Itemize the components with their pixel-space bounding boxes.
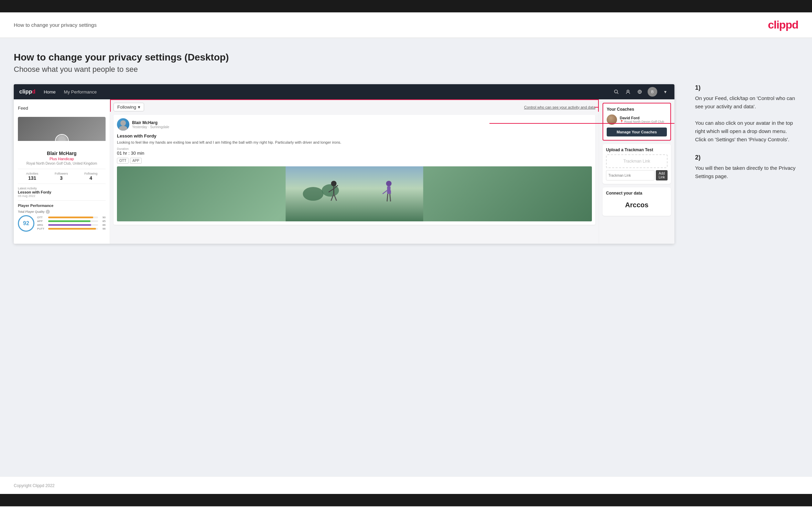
coach-name: David Ford — [620, 116, 664, 120]
svg-point-9 — [331, 181, 337, 186]
footer: Copyright Clippd 2022 — [0, 476, 812, 494]
total-quality-label: Total Player Quality i — [18, 210, 106, 214]
main-content: How to change your privacy settings (Des… — [0, 38, 812, 476]
app-screenshot-wrapper: clippd Home My Performance — [14, 84, 674, 244]
step2-text: You will then be taken directly to the P… — [695, 164, 798, 180]
perf-bar-app: APP 85 — [37, 220, 106, 223]
duration-label: Duration — [117, 147, 592, 151]
app-nav: clippd Home My Performance — [14, 84, 674, 99]
stat-activities-label: Activities — [26, 172, 39, 175]
svg-rect-16 — [387, 186, 391, 194]
arrow-line — [595, 107, 599, 108]
stat-followers: Followers 3 — [55, 172, 68, 181]
trackman-input-row: Add Link — [606, 170, 668, 180]
step2-number: 2) — [695, 154, 798, 161]
stat-activities: Activities 131 — [26, 172, 39, 181]
nav-link-home[interactable]: Home — [44, 89, 56, 95]
person-icon[interactable] — [624, 88, 632, 96]
logo: clippd — [768, 19, 798, 31]
stat-followers-value: 3 — [55, 175, 68, 181]
stat-followers-label: Followers — [55, 172, 68, 175]
stats-row: Activities 131 Followers 3 Following 4 — [18, 169, 106, 184]
app-nav-logo: clippd — [19, 89, 35, 95]
stat-following: Following 4 — [84, 172, 97, 181]
trackman-title: Upload a Trackman Test — [606, 147, 668, 152]
trackman-card: Upload a Trackman Test Trackman Link Add… — [603, 144, 671, 184]
top-bar — [0, 0, 812, 12]
coaches-card-title: Your Coaches — [607, 107, 667, 112]
instruction-step2: 2) You will then be taken directly to th… — [695, 154, 798, 180]
connect-title: Connect your data — [606, 191, 668, 196]
app-feed: Following ▾ Control who can see your act… — [110, 99, 599, 244]
coach-avatar — [607, 114, 617, 125]
footer-copyright: Copyright Clippd 2022 — [14, 483, 55, 488]
feed-tab[interactable]: Feed — [18, 103, 106, 113]
chevron-down-icon[interactable]: ▾ — [661, 88, 669, 96]
connect-card: Connect your data Arccos — [603, 187, 671, 216]
post-title: Lesson with Fordy — [117, 133, 592, 139]
page-heading: How to change your privacy settings (Des… — [14, 52, 798, 63]
post-header: Blair McHarg Yesterday · Sunningdale — [117, 118, 592, 131]
svg-point-4 — [120, 120, 126, 126]
coach-item: David Ford 📍 Royal North Devon Golf Club — [607, 114, 667, 125]
header: How to change your privacy settings clip… — [0, 12, 812, 38]
stat-following-value: 4 — [84, 175, 97, 181]
globe-icon[interactable] — [636, 88, 643, 96]
search-icon[interactable] — [613, 88, 620, 96]
chevron-icon: ▾ — [138, 104, 140, 110]
page-subheading: Choose what you want people to see — [14, 65, 798, 74]
svg-point-15 — [386, 181, 392, 186]
trackman-placeholder: Trackman Link — [606, 154, 668, 168]
score-circle: 92 — [18, 215, 34, 232]
svg-point-7 — [303, 187, 324, 201]
user-avatar-btn[interactable]: B — [648, 87, 657, 97]
nav-right: B ▾ — [613, 87, 669, 97]
add-link-button[interactable]: Add Link — [656, 170, 668, 180]
svg-line-20 — [390, 194, 391, 201]
control-privacy-link[interactable]: Control who can see your activity and da… — [524, 105, 595, 109]
post-image — [117, 166, 592, 221]
bottom-bar — [0, 494, 812, 506]
app-sidebar: Feed Blair McHarg — [14, 99, 110, 244]
perf-row: 92 OTT 90 APP — [18, 215, 106, 232]
perf-bars: OTT 90 APP 85 — [37, 216, 106, 231]
instruction-step1: 1) On your Feed, click/tap on 'Control w… — [695, 84, 798, 144]
arccos-logo: Arccos — [606, 198, 668, 212]
header-title: How to change your privacy settings — [14, 22, 97, 28]
instructions-panel: 1) On your Feed, click/tap on 'Control w… — [688, 84, 798, 191]
coach-club: 📍 Royal North Devon Golf Club — [620, 120, 664, 123]
two-col-layout: clippd Home My Performance — [14, 84, 798, 244]
post-card: Blair McHarg Yesterday · Sunningdale Les… — [113, 115, 595, 225]
latest-activity-name: Lesson with Fordy — [18, 190, 106, 194]
coaches-card: Your Coaches David Ford 📍 Royal North De… — [603, 103, 671, 141]
info-icon: i — [46, 210, 50, 214]
tag-app: APP — [130, 158, 142, 164]
post-avatar — [117, 118, 129, 131]
manage-coaches-button[interactable]: Manage Your Coaches — [607, 128, 667, 136]
svg-line-19 — [387, 194, 388, 201]
post-author-name: Blair McHarg — [132, 120, 169, 125]
player-performance-title: Player Performance — [18, 203, 106, 208]
post-description: Looking to feel like my hands are exitin… — [117, 140, 592, 145]
profile-cover — [18, 117, 106, 141]
nav-link-performance[interactable]: My Performance — [64, 89, 97, 95]
perf-bar-putt: PUTT 96 — [37, 227, 106, 230]
feed-header: Following ▾ Control who can see your act… — [113, 103, 595, 111]
duration-value: 01 hr : 30 min — [117, 151, 592, 156]
app-body: Feed Blair McHarg — [14, 99, 674, 244]
step1-number: 1) — [695, 84, 798, 91]
profile-name: Blair McHarg — [18, 151, 106, 156]
coach-info: David Ford 📍 Royal North Devon Golf Club — [620, 116, 664, 123]
tag-ott: OTT — [117, 158, 129, 164]
following-button[interactable]: Following ▾ — [113, 103, 144, 111]
profile-club: Royal North Devon Golf Club, United King… — [18, 162, 106, 165]
stat-activities-value: 131 — [26, 175, 39, 181]
perf-bar-arg: ARG 86 — [37, 223, 106, 227]
svg-point-5 — [119, 126, 127, 131]
app-screenshot: clippd Home My Performance — [14, 84, 674, 244]
svg-point-2 — [627, 90, 629, 92]
latest-activity-label: Latest Activity — [18, 187, 106, 190]
trackman-input[interactable] — [606, 170, 654, 180]
player-performance: Player Performance Total Player Quality … — [18, 201, 106, 234]
post-tags: OTT APP — [117, 158, 592, 164]
